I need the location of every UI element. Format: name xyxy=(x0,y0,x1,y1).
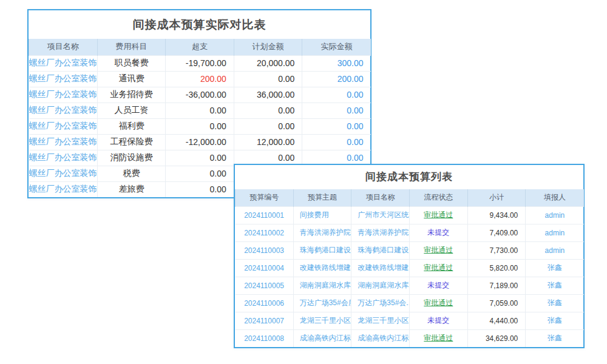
overspend-cell: -12,000.00 xyxy=(166,134,234,150)
budget-number-link[interactable]: 2024110002 xyxy=(236,224,294,241)
expense-category-cell: 福利费 xyxy=(97,118,166,134)
expense-category-cell: 工程保险费 xyxy=(97,134,166,150)
budget-subject-link[interactable]: 龙湖三千里小区间接成本... xyxy=(293,312,351,329)
compare-table-header-row: 项目名称 费用科目 超支 计划金额 实际金额 xyxy=(29,39,371,55)
subtotal-cell: 7,189.00 xyxy=(467,277,526,294)
overspend-cell: 0.00 xyxy=(166,118,234,134)
actual-amount-cell: 300.00 xyxy=(302,55,371,71)
budget-number-link[interactable]: 2024110004 xyxy=(236,259,294,277)
project-name-link[interactable]: 螺丝厂办公室装饰 xyxy=(29,55,98,71)
overspend-cell: 0.00 xyxy=(166,166,234,181)
table-row: 螺丝厂办公室装饰 业务招待费 -36,000.00 36,000.00 0.00 xyxy=(29,87,371,103)
budget-subject-link[interactable]: 万达广场35#会所及咖啡... xyxy=(293,294,351,312)
budget-list-table: 预算编号 预算主题 项目名称 流程状态 小计 填报人 2024110001 间接… xyxy=(235,189,584,347)
budget-subject-link[interactable]: 青海洪湖养护院项目间接... xyxy=(293,224,351,241)
budget-list-body: 2024110001 间接费用 广州市天河区统... 审批通过 9,434.00… xyxy=(236,206,584,347)
budget-number-link[interactable]: 2024110005 xyxy=(236,277,294,294)
planned-amount-cell: 0.00 xyxy=(234,118,302,134)
expense-category-cell: 业务招待费 xyxy=(97,87,166,103)
table-row: 螺丝厂办公室装饰 通讯费 200.00 0.00 200.00 xyxy=(29,71,371,87)
project-name-link[interactable]: 螺丝厂办公室装饰 xyxy=(29,166,98,181)
flow-status-cell[interactable]: 未提交 xyxy=(409,312,467,329)
actual-amount-cell: 0.00 xyxy=(302,118,371,134)
flow-status-cell[interactable]: 审批通过 xyxy=(409,294,467,312)
expense-category-cell: 通讯费 xyxy=(97,71,166,87)
budget-subject-link[interactable]: 珠海鹤港口建设间接成本... xyxy=(293,241,351,259)
project-name-link[interactable]: 成渝高铁内江标... xyxy=(351,329,410,347)
budget-list-title: 间接成本预算列表 xyxy=(235,165,583,189)
filler-name-link[interactable]: 张鑫 xyxy=(526,294,584,312)
column-header: 计划金额 xyxy=(234,39,302,55)
budget-list-header-row: 预算编号 预算主题 项目名称 流程状态 小计 填报人 xyxy=(236,189,584,206)
flow-status-cell[interactable]: 审批通过 xyxy=(409,329,467,347)
actual-amount-cell: 0.00 xyxy=(302,103,371,118)
subtotal-cell: 4,440.00 xyxy=(467,312,526,329)
flow-status-cell[interactable]: 审批通过 xyxy=(409,259,467,277)
budget-subject-link[interactable]: 改建铁路线增建第二线直... xyxy=(293,259,351,277)
actual-amount-cell: 0.00 xyxy=(302,87,371,103)
flow-status-cell[interactable]: 未提交 xyxy=(409,224,467,241)
project-name-link[interactable]: 螺丝厂办公室装饰 xyxy=(29,71,98,87)
budget-subject-link[interactable]: 成渝高铁内江标段项目预... xyxy=(293,329,351,347)
budget-number-link[interactable]: 2024110001 xyxy=(236,206,294,224)
project-name-link[interactable]: 改建铁路线增建... xyxy=(351,259,410,277)
expense-category-cell: 消防设施费 xyxy=(97,150,166,166)
project-name-link[interactable]: 螺丝厂办公室装饰 xyxy=(29,134,98,150)
table-row: 2024110008 成渝高铁内江标段项目预... 成渝高铁内江标... 审批通… xyxy=(236,329,584,347)
project-name-link[interactable]: 螺丝厂办公室装饰 xyxy=(29,118,98,134)
filler-name-link[interactable]: admin xyxy=(526,224,584,241)
overspend-cell: -19,700.00 xyxy=(166,55,234,71)
overspend-cell: -36,000.00 xyxy=(166,87,234,103)
project-name-link[interactable]: 螺丝厂办公室装饰 xyxy=(29,103,98,118)
subtotal-cell: 7,730.00 xyxy=(467,241,526,259)
filler-name-link[interactable]: 张鑫 xyxy=(526,329,584,347)
column-header: 流程状态 xyxy=(409,189,467,206)
compare-table-title: 间接成本预算实际对比表 xyxy=(29,10,370,39)
table-row: 2024110006 万达广场35#会所及咖啡... 万达广场35#会... 审… xyxy=(236,294,584,312)
project-name-link[interactable]: 湖南洞庭湖水库... xyxy=(351,277,410,294)
column-header: 填报人 xyxy=(526,189,584,206)
table-row: 2024110001 间接费用 广州市天河区统... 审批通过 9,434.00… xyxy=(236,206,584,224)
planned-amount-cell: 0.00 xyxy=(234,71,302,87)
project-name-link[interactable]: 螺丝厂办公室装饰 xyxy=(29,87,98,103)
actual-amount-cell: 200.00 xyxy=(302,71,371,87)
filler-name-link[interactable]: admin xyxy=(526,206,584,224)
subtotal-cell: 5,820.00 xyxy=(467,259,526,277)
budget-list-panel: 间接成本预算列表 预算编号 预算主题 项目名称 流程状态 小计 填报人 2024… xyxy=(234,164,585,348)
column-header: 项目名称 xyxy=(29,39,98,55)
budget-number-link[interactable]: 2024110003 xyxy=(236,241,294,259)
column-header: 费用科目 xyxy=(97,39,166,55)
budget-number-link[interactable]: 2024110006 xyxy=(236,294,294,312)
flow-status-cell[interactable]: 审批通过 xyxy=(409,241,467,259)
table-row: 2024110007 龙湖三千里小区间接成本... 龙湖三千里小区 未提交 4,… xyxy=(236,312,584,329)
flow-status-cell[interactable]: 未提交 xyxy=(409,277,467,294)
column-header: 预算主题 xyxy=(293,189,351,206)
project-name-link[interactable]: 螺丝厂办公室装饰 xyxy=(29,181,98,197)
budget-subject-link[interactable]: 湖南洞庭湖水库引水工程... xyxy=(293,277,351,294)
project-name-link[interactable]: 万达广场35#会... xyxy=(351,294,410,312)
expense-category-cell: 人员工资 xyxy=(97,103,166,118)
column-header: 预算编号 xyxy=(236,189,294,206)
column-header: 实际金额 xyxy=(302,39,371,55)
budget-number-link[interactable]: 2024110007 xyxy=(236,312,294,329)
filler-name-link[interactable]: 张鑫 xyxy=(526,259,584,277)
project-name-link[interactable]: 龙湖三千里小区 xyxy=(351,312,410,329)
overspend-cell: 0.00 xyxy=(166,181,234,197)
subtotal-cell: 34,629.00 xyxy=(467,329,526,347)
overspend-cell: 0.00 xyxy=(166,150,234,166)
column-header: 项目名称 xyxy=(351,189,410,206)
project-name-link[interactable]: 珠海鹤港口建设 xyxy=(351,241,410,259)
budget-subject-link[interactable]: 间接费用 xyxy=(293,206,351,224)
project-name-link[interactable]: 青海洪湖养护院... xyxy=(351,224,410,241)
expense-category-cell: 职员餐费 xyxy=(97,55,166,71)
subtotal-cell: 9,434.00 xyxy=(467,206,526,224)
column-header: 小计 xyxy=(467,189,526,206)
filler-name-link[interactable]: admin xyxy=(526,241,584,259)
project-name-link[interactable]: 螺丝厂办公室装饰 xyxy=(29,150,98,166)
budget-number-link[interactable]: 2024110008 xyxy=(236,329,294,347)
flow-status-cell[interactable]: 审批通过 xyxy=(409,206,467,224)
filler-name-link[interactable]: 张鑫 xyxy=(526,277,584,294)
filler-name-link[interactable]: 张鑫 xyxy=(526,312,584,329)
project-name-link[interactable]: 广州市天河区统... xyxy=(351,206,410,224)
subtotal-cell: 7,059.00 xyxy=(467,294,526,312)
